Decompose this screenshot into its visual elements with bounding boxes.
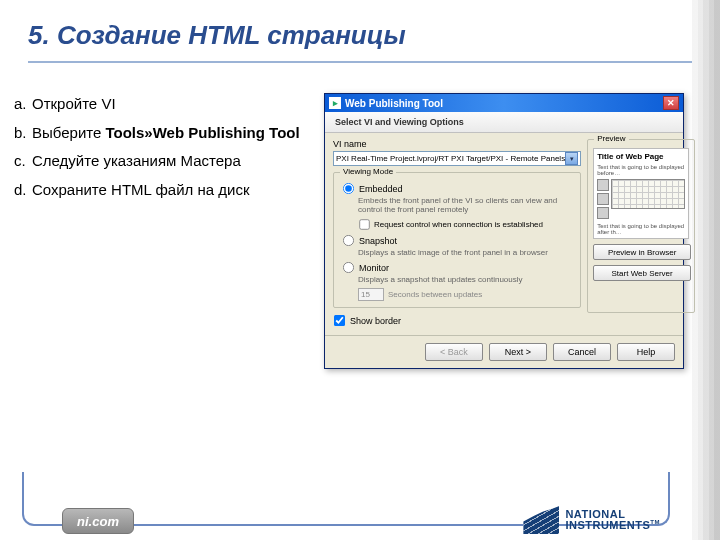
step-prefix: Выберите (32, 124, 105, 141)
preview-control-icon (597, 193, 609, 205)
vi-name-label: VI name (333, 139, 581, 149)
request-control-checkbox[interactable] (359, 219, 369, 229)
ni-eagle-icon (523, 506, 559, 534)
app-icon: ▸ (329, 97, 341, 109)
step-letter: d. (14, 179, 32, 202)
step-text: Выберите Tools»Web Publishing Tool (32, 122, 324, 145)
preview-title: Title of Web Page (597, 152, 685, 161)
step-text: Следуйте указаниям Мастера (32, 150, 324, 173)
logo-tm: TM (650, 519, 660, 525)
step-text: Сохраните HTML файл на диск (32, 179, 324, 202)
preview-in-browser-button[interactable]: Preview in Browser (593, 244, 691, 260)
vi-name-value: PXI Real-Time Project.lvproj/RT PXI Targ… (336, 154, 565, 163)
dialog-footer: < Back Next > Cancel Help (325, 335, 683, 368)
seconds-row: 15 Seconds between updates (358, 288, 572, 301)
preview-before-text: Text that is going to be displayed befor… (597, 164, 685, 176)
dialog-titlebar[interactable]: ▸ Web Publishing Tool ✕ (325, 94, 683, 112)
radio-embedded-input[interactable] (343, 183, 354, 194)
step-text: Откройте VI (32, 93, 324, 116)
preview-label: Preview (594, 134, 628, 143)
dialog-left-column: VI name PXI Real-Time Project.lvproj/RT … (333, 139, 581, 327)
request-control-label: Request control when connection is estab… (374, 220, 543, 229)
preview-chart-icon (611, 179, 685, 209)
preview-control-icon (597, 207, 609, 219)
viewing-mode-group: Viewing Mode Embedded Embeds the front p… (333, 172, 581, 308)
show-border-checkbox[interactable] (334, 315, 345, 326)
radio-snapshot-label: Snapshot (359, 236, 397, 246)
step-bold: Tools»Web Publishing Tool (105, 124, 299, 141)
close-icon[interactable]: ✕ (663, 96, 679, 110)
logo-line2: INSTRUMENTS (565, 518, 650, 530)
step-letter: a. (14, 93, 32, 116)
radio-monitor-label: Monitor (359, 263, 389, 273)
slide-title: 5. Создание HTML страницы (0, 0, 720, 55)
seconds-spinner[interactable]: 15 (358, 288, 384, 301)
cancel-button[interactable]: Cancel (553, 343, 611, 361)
dialog-title-text: Web Publishing Tool (345, 98, 443, 109)
radio-monitor[interactable]: Monitor (342, 261, 572, 274)
step-letter: b. (14, 122, 32, 145)
show-border-row[interactable]: Show border (333, 314, 581, 327)
start-web-server-button[interactable]: Start Web Server (593, 265, 691, 281)
web-publishing-dialog: ▸ Web Publishing Tool ✕ Select VI and Vi… (324, 93, 684, 369)
chevron-down-icon[interactable]: ▾ (565, 152, 578, 165)
radio-snapshot[interactable]: Snapshot (342, 234, 572, 247)
show-border-label: Show border (350, 316, 401, 326)
monitor-desc: Displays a snapshot that updates continu… (358, 275, 572, 284)
preview-after-text: Text that is going to be displayed after… (597, 223, 685, 235)
seconds-label: Seconds between updates (388, 290, 482, 299)
preview-box: Title of Web Page Text that is going to … (593, 148, 689, 239)
step-b: b. Выберите Tools»Web Publishing Tool (14, 122, 324, 145)
dialog-body: VI name PXI Real-Time Project.lvproj/RT … (325, 133, 683, 335)
content-area: a. Откройте VI b. Выберите Tools»Web Pub… (0, 63, 720, 369)
help-button[interactable]: Help (617, 343, 675, 361)
instructions-list: a. Откройте VI b. Выберите Tools»Web Pub… (14, 93, 324, 207)
radio-monitor-input[interactable] (343, 262, 354, 273)
ni-logo: NATIONAL INSTRUMENTSTM (523, 506, 660, 534)
radio-embedded[interactable]: Embedded (342, 182, 572, 195)
dialog-header: Select VI and Viewing Options (325, 112, 683, 133)
embedded-desc: Embeds the front panel of the VI so clie… (358, 196, 572, 214)
preview-panel (597, 179, 685, 219)
next-button[interactable]: Next > (489, 343, 547, 361)
radio-embedded-label: Embedded (359, 184, 403, 194)
preview-group: Preview Title of Web Page Text that is g… (587, 139, 695, 313)
step-c: c. Следуйте указаниям Мастера (14, 150, 324, 173)
step-a: a. Откройте VI (14, 93, 324, 116)
radio-snapshot-input[interactable] (343, 235, 354, 246)
step-letter: c. (14, 150, 32, 173)
ni-com-badge: ni.com (62, 508, 134, 534)
snapshot-desc: Displays a static image of the front pan… (358, 248, 572, 257)
dialog-right-column: Preview Title of Web Page Text that is g… (587, 139, 695, 327)
vi-name-combo[interactable]: PXI Real-Time Project.lvproj/RT PXI Targ… (333, 151, 581, 166)
ni-logo-text: NATIONAL INSTRUMENTSTM (565, 510, 660, 530)
request-control-row[interactable]: Request control when connection is estab… (358, 218, 572, 231)
preview-control-icon (597, 179, 609, 191)
back-button[interactable]: < Back (425, 343, 483, 361)
side-stripe (692, 0, 720, 540)
step-d: d. Сохраните HTML файл на диск (14, 179, 324, 202)
viewing-mode-label: Viewing Mode (340, 167, 396, 176)
